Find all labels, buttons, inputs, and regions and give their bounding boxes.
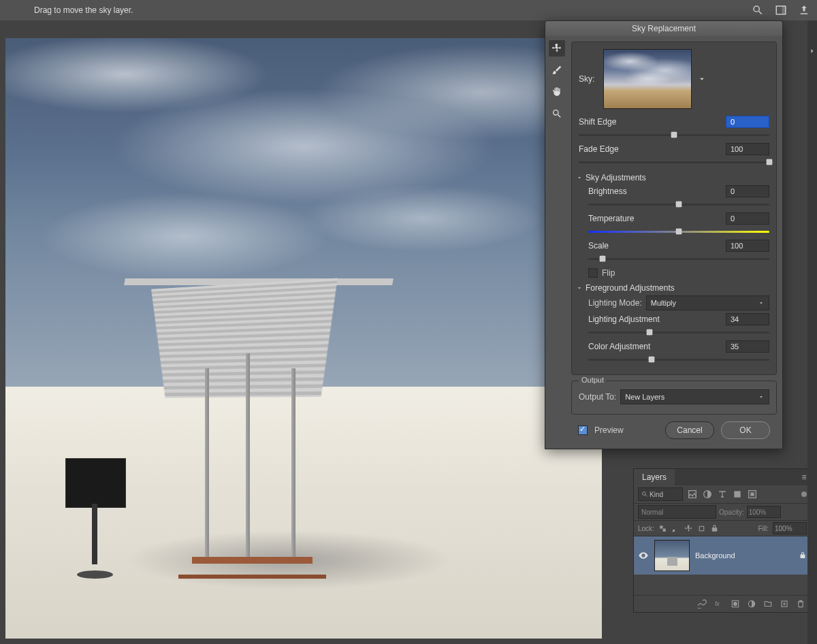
svg-text:fx: fx <box>715 601 720 607</box>
filter-smart-icon[interactable] <box>747 489 758 500</box>
hint-text: Drag to move the sky layer. <box>34 5 133 15</box>
lock-indicator-icon[interactable] <box>799 551 807 560</box>
lighting-adjustment-input[interactable] <box>726 313 769 325</box>
lighting-adjustment-label: Lighting Adjustment <box>588 315 660 324</box>
fill-input[interactable]: 100% <box>773 522 807 534</box>
brightness-slider[interactable] <box>588 199 769 210</box>
mask-icon[interactable] <box>731 599 740 609</box>
preview-checkbox[interactable] <box>578 425 588 435</box>
lock-artboard-icon[interactable] <box>697 524 706 533</box>
lighting-mode-label: Lighting Mode: <box>588 298 642 308</box>
svg-rect-4 <box>734 491 740 497</box>
opacity-input[interactable]: 100% <box>747 506 781 518</box>
lock-position-icon[interactable] <box>684 524 693 533</box>
scale-input[interactable] <box>726 240 769 252</box>
share-icon[interactable] <box>798 4 810 16</box>
filter-type-icon[interactable] <box>717 489 728 500</box>
lighting-adjustment-slider[interactable] <box>588 327 769 338</box>
lock-label: Lock: <box>638 525 654 532</box>
svg-rect-9 <box>699 526 704 531</box>
photo-preview <box>5 38 602 639</box>
blend-mode-select[interactable]: Normal <box>638 505 716 519</box>
cancel-button[interactable]: Cancel <box>665 421 714 439</box>
link-layers-icon[interactable] <box>698 599 707 609</box>
layers-panel: Layers ≡ Kind Normal Opacity: 100% Lock: <box>633 468 812 613</box>
lighting-mode-select[interactable]: Multiply <box>646 295 769 310</box>
brush-tool[interactable] <box>549 62 565 78</box>
document-canvas[interactable] <box>5 38 602 639</box>
dialog-tools <box>545 36 568 449</box>
layer-thumbnail[interactable] <box>654 540 690 571</box>
scale-slider[interactable] <box>588 253 769 264</box>
filter-kind-select[interactable]: Kind <box>638 487 683 501</box>
temperature-slider[interactable] <box>588 226 769 237</box>
fx-icon[interactable]: fx <box>714 599 724 609</box>
delete-icon[interactable] <box>796 599 805 609</box>
group-icon[interactable] <box>763 599 773 609</box>
new-layer-icon[interactable] <box>780 599 789 609</box>
brightness-input[interactable] <box>726 185 769 197</box>
options-bar: Drag to move the sky layer. <box>0 0 817 20</box>
fade-edge-slider[interactable] <box>579 157 769 167</box>
filter-shape-icon[interactable] <box>732 489 743 500</box>
layers-tab[interactable]: Layers <box>634 469 675 485</box>
lock-transparent-icon[interactable] <box>658 524 667 533</box>
flip-checkbox[interactable] <box>588 268 598 278</box>
sky-thumbnail[interactable] <box>603 49 692 109</box>
temperature-label: Temperature <box>588 214 634 223</box>
hand-tool[interactable] <box>549 84 565 100</box>
visibility-icon[interactable] <box>638 550 649 561</box>
filter-adjustment-icon[interactable] <box>702 489 713 500</box>
lock-image-icon[interactable] <box>671 524 680 533</box>
opacity-label: Opacity: <box>719 509 744 516</box>
output-group: Output Output To: New Layers <box>571 381 777 415</box>
workspace-icon[interactable] <box>775 4 787 16</box>
color-adjustment-label: Color Adjustment <box>588 342 650 351</box>
fade-edge-label: Fade Edge <box>579 144 619 154</box>
brightness-label: Brightness <box>588 187 627 196</box>
flip-label: Flip <box>602 268 615 278</box>
sky-dropdown-icon[interactable] <box>697 74 707 84</box>
lock-all-icon[interactable] <box>710 524 719 533</box>
color-adjustment-input[interactable] <box>726 340 769 353</box>
svg-rect-6 <box>750 492 754 496</box>
svg-point-12 <box>733 602 737 606</box>
scale-label: Scale <box>588 241 609 251</box>
collapse-arrow-icon[interactable] <box>809 48 816 54</box>
svg-rect-8 <box>662 528 665 531</box>
shift-edge-label: Shift Edge <box>579 117 616 127</box>
ok-button[interactable]: OK <box>721 421 770 439</box>
shift-edge-slider[interactable] <box>579 129 769 140</box>
output-legend: Output <box>579 376 607 384</box>
shift-edge-input[interactable] <box>726 116 769 128</box>
output-to-select[interactable]: New Layers <box>620 389 769 404</box>
sky-label: Sky: <box>579 74 598 84</box>
fill-label: Fill: <box>758 525 769 532</box>
zoom-tool[interactable] <box>549 106 565 122</box>
dialog-title[interactable]: Sky Replacement <box>545 21 782 36</box>
color-adjustment-slider[interactable] <box>588 354 769 365</box>
svg-rect-7 <box>660 526 662 528</box>
output-to-label: Output To: <box>579 392 616 402</box>
layer-name[interactable]: Background <box>695 551 735 560</box>
move-tool[interactable] <box>549 40 565 57</box>
foreground-adjustments-header[interactable]: Foreground Adjustments <box>576 283 769 293</box>
sky-replacement-dialog: Sky Replacement Sky: Shift Edg <box>545 20 783 449</box>
search-icon[interactable] <box>752 4 764 16</box>
filter-pixel-icon[interactable] <box>687 489 698 500</box>
svg-rect-1 <box>782 6 786 14</box>
sky-adjustments-header[interactable]: Sky Adjustments <box>576 173 769 182</box>
layer-row-background[interactable]: Background <box>634 536 811 575</box>
adjustment-layer-icon[interactable] <box>747 599 756 609</box>
right-gutter <box>807 20 817 644</box>
temperature-input[interactable] <box>726 212 769 225</box>
filter-toggle[interactable] <box>801 492 807 497</box>
fade-edge-input[interactable] <box>726 143 769 155</box>
preview-label: Preview <box>594 425 624 435</box>
